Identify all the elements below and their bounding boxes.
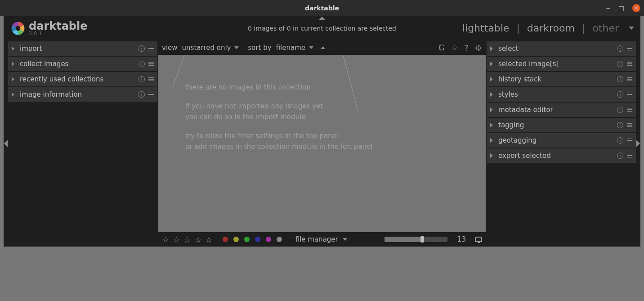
collapse-top-icon[interactable] — [318, 17, 326, 20]
module-collect-images[interactable]: collect images i — [8, 57, 157, 71]
reset-icon[interactable]: i — [617, 91, 623, 98]
color-label-green[interactable] — [244, 237, 250, 242]
darktable-logo-icon — [10, 20, 26, 36]
thumbnail-viewport: there are no images in this collection i… — [158, 55, 486, 232]
presets-icon[interactable] — [627, 154, 632, 158]
bottom-toolbar: ☆ ☆ ☆ ☆ ☆ file manager — [158, 232, 486, 247]
module-label: geotagging — [498, 136, 537, 144]
view-darkroom[interactable]: darkroom — [527, 22, 575, 34]
minimize-icon[interactable]: ─ — [606, 4, 610, 12]
module-label: import — [20, 45, 42, 53]
gear-icon[interactable]: ⚙ — [475, 43, 482, 53]
module-export-selected[interactable]: export selected i — [487, 148, 636, 163]
color-label-yellow[interactable] — [233, 237, 239, 242]
color-label-red[interactable] — [223, 237, 228, 242]
module-history-stack[interactable]: history stack i — [487, 72, 636, 86]
sort-label: sort by — [248, 44, 271, 52]
module-label: metadata editor — [498, 106, 553, 114]
app-shell: darktable 3.0.1 0 images of 0 in current… — [4, 16, 640, 247]
color-label-blue[interactable] — [255, 237, 260, 242]
display-profile-icon[interactable] — [475, 237, 482, 242]
star-icon[interactable]: ☆ — [173, 235, 180, 244]
module-recently-used[interactable]: recently used collections i — [8, 72, 157, 86]
sort-dropdown[interactable]: filename — [276, 44, 313, 52]
layout-dropdown[interactable]: file manager — [295, 235, 347, 243]
presets-icon[interactable] — [627, 108, 632, 112]
presets-icon[interactable] — [627, 93, 632, 97]
star-icon[interactable]: ☆ — [194, 235, 201, 244]
module-select[interactable]: select i — [487, 41, 636, 56]
chevron-down-icon — [343, 238, 347, 241]
grouping-icon[interactable]: G — [438, 43, 445, 53]
module-tagging[interactable]: tagging i — [487, 118, 636, 132]
presets-icon[interactable] — [148, 47, 154, 51]
reset-icon[interactable]: i — [139, 61, 145, 67]
expand-icon — [12, 46, 14, 51]
reset-icon[interactable]: i — [617, 153, 623, 159]
expand-icon — [490, 62, 493, 66]
presets-icon[interactable] — [148, 77, 154, 81]
view-filter-dropdown[interactable]: unstarred only — [182, 44, 239, 52]
zoom-value: 13 — [457, 235, 466, 243]
reset-icon[interactable]: i — [617, 107, 623, 113]
center-column: view unstarred only sort by filename G ☆… — [158, 40, 486, 247]
expand-icon — [12, 62, 14, 66]
filter-toolbar: view unstarred only sort by filename G ☆… — [158, 40, 486, 55]
window-titlebar: darktable ─ □ ✕ — [0, 0, 644, 16]
module-image-information[interactable]: image information i — [8, 87, 157, 102]
presets-icon[interactable] — [627, 77, 632, 81]
overlay-star-icon[interactable]: ☆ — [451, 43, 458, 52]
empty-line-1: there are no images in this collection — [185, 82, 477, 93]
star-icon[interactable]: ☆ — [183, 235, 191, 244]
expand-icon — [12, 77, 14, 81]
module-selected-images[interactable]: selected image[s] i — [487, 57, 636, 71]
presets-icon[interactable] — [627, 123, 632, 127]
view-other-dropdown-icon[interactable] — [629, 27, 634, 30]
reset-icon[interactable]: i — [617, 76, 623, 82]
right-panel: select i selected image[s] i history sta… — [487, 40, 636, 247]
color-label-grey[interactable] — [277, 237, 282, 242]
zoom-slider[interactable] — [385, 237, 447, 242]
reset-icon[interactable]: i — [617, 45, 623, 52]
expand-icon — [490, 138, 493, 143]
sort-direction-icon[interactable] — [321, 46, 325, 49]
presets-icon[interactable] — [148, 93, 154, 97]
color-label-magenta[interactable] — [266, 237, 271, 242]
expand-icon — [490, 123, 493, 127]
collapse-left-icon[interactable] — [4, 40, 8, 247]
reset-icon[interactable]: i — [617, 137, 623, 144]
reset-icon[interactable]: i — [139, 76, 145, 82]
module-styles[interactable]: styles i — [487, 87, 636, 102]
presets-icon[interactable] — [627, 62, 632, 66]
view-lighttable[interactable]: lighttable — [462, 22, 509, 34]
reset-icon[interactable]: i — [617, 61, 623, 67]
window-title: darktable — [305, 4, 339, 12]
module-label: recently used collections — [20, 75, 103, 83]
module-label: select — [498, 45, 519, 53]
main-area: import i collect images i recently used … — [4, 40, 640, 247]
chevron-down-icon — [234, 46, 239, 49]
module-geotagging[interactable]: geotagging i — [487, 133, 636, 148]
help-icon[interactable]: ? — [464, 43, 469, 53]
left-panel: import i collect images i recently used … — [8, 40, 157, 247]
reset-icon[interactable]: i — [617, 122, 623, 128]
module-import[interactable]: import i — [8, 41, 157, 56]
reset-icon[interactable]: i — [139, 91, 145, 98]
star-icon[interactable]: ☆ — [206, 235, 213, 244]
expand-icon — [490, 153, 493, 158]
presets-icon[interactable] — [627, 47, 632, 51]
collection-status: 0 images of 0 in current collection are … — [248, 25, 396, 32]
pointer-line — [173, 55, 184, 86]
star-rating[interactable]: ☆ ☆ ☆ ☆ ☆ — [162, 235, 213, 244]
close-icon[interactable]: ✕ — [632, 4, 640, 12]
reset-icon[interactable]: i — [139, 45, 145, 52]
view-other[interactable]: other — [592, 22, 619, 34]
module-metadata-editor[interactable]: metadata editor i — [487, 103, 636, 117]
star-icon[interactable]: ☆ — [162, 235, 169, 244]
presets-icon[interactable] — [627, 139, 632, 143]
empty-line-3: try to relax the filter settings in the … — [185, 130, 477, 152]
collapse-right-icon[interactable] — [636, 40, 640, 247]
brand-name: darktable — [29, 21, 88, 31]
maximize-icon[interactable]: □ — [618, 4, 624, 12]
presets-icon[interactable] — [148, 62, 154, 66]
